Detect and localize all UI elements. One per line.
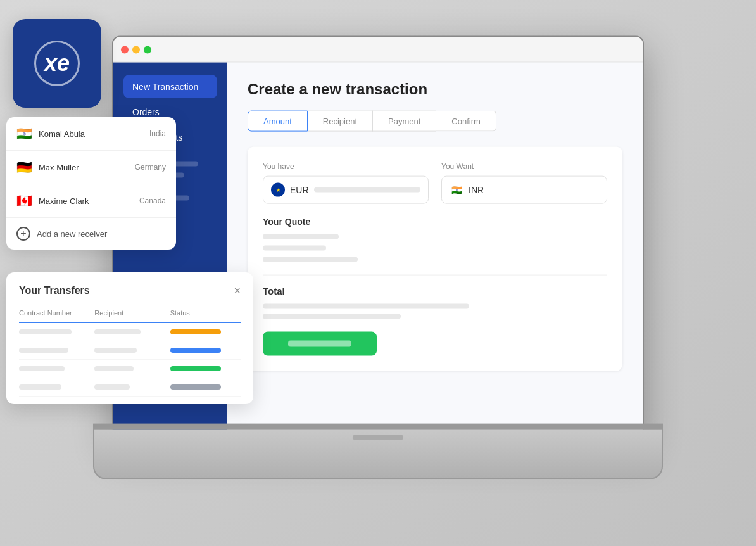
total-line-1 [263, 304, 469, 309]
transfer-row-2 [19, 341, 241, 360]
receiver-country-3: Canada [139, 196, 166, 205]
receiver-name-3: Maxime Clark [39, 196, 133, 206]
flag-germany: 🇩🇪 [16, 160, 32, 175]
laptop-notch [353, 435, 403, 440]
currency-to-input[interactable]: 🇮🇳 INR [441, 176, 607, 204]
add-icon: + [16, 227, 30, 241]
add-receiver-text: Add a new receiver [37, 229, 107, 239]
sidebar-item-new-transaction[interactable]: New Transaction [123, 75, 217, 98]
continue-button[interactable] [263, 332, 377, 356]
tab-payment[interactable]: Payment [373, 111, 436, 132]
quote-line-1 [263, 234, 339, 239]
quote-line-2 [263, 246, 326, 251]
transfer-recipient-4 [94, 384, 130, 390]
you-have-label: You have [263, 162, 429, 171]
transfers-card: Your Transfers × Contract Number Recipie… [6, 272, 253, 404]
total-section: Total [263, 275, 607, 319]
transfers-title: Your Transfers [19, 285, 90, 296]
transfers-close-btn[interactable]: × [234, 285, 241, 296]
you-have-section: You have ★ EUR [263, 162, 429, 204]
browser-close-btn[interactable] [121, 46, 129, 53]
tab-confirm[interactable]: Confirm [436, 111, 496, 132]
transfer-recipient-2 [94, 348, 137, 353]
transfer-contract-1 [19, 329, 72, 334]
receiver-item-1[interactable]: 🇮🇳 Komal Abula India [6, 117, 176, 151]
add-receiver-item[interactable]: + Add a new receiver [6, 218, 176, 250]
transfer-contract-3 [19, 366, 65, 371]
receiver-country-2: Germany [135, 163, 166, 172]
quote-title: Your Quote [263, 217, 607, 227]
transfer-recipient-3 [94, 366, 133, 371]
transaction-card: You have ★ EUR You Want [248, 147, 622, 371]
tab-recipient[interactable]: Recipient [308, 111, 373, 132]
transfer-contract-2 [19, 348, 68, 353]
transfer-row-3 [19, 360, 241, 378]
eur-flag: ★ [271, 183, 285, 197]
receiver-name-2: Max Müller [39, 163, 129, 172]
total-line-2 [263, 314, 401, 319]
quote-line-3 [263, 257, 358, 262]
page-title: Create a new transaction [248, 80, 622, 98]
col-status: Status [170, 309, 241, 317]
laptop-base [93, 429, 663, 479]
transfer-contract-4 [19, 384, 61, 390]
xe-logo-card: xe [13, 19, 101, 108]
transfers-header: Your Transfers × [19, 285, 241, 296]
flag-canada: 🇨🇦 [16, 193, 32, 208]
status-badge-4 [170, 384, 221, 390]
transfer-row-1 [19, 323, 241, 341]
status-badge-3 [170, 366, 221, 371]
main-content: Create a new transaction Amount Recipien… [227, 63, 643, 441]
col-contract: Contract Number [19, 309, 89, 317]
browser-minimize-btn[interactable] [132, 46, 140, 53]
currency-from-code: EUR [290, 185, 309, 195]
currency-from-input[interactable]: ★ EUR [263, 176, 429, 204]
status-badge-1 [170, 329, 221, 334]
xe-logo-circle: xe [34, 41, 80, 86]
status-badge-2 [170, 348, 221, 353]
laptop-frame: New Transaction Orders My Accounts [93, 36, 663, 492]
quote-section: Your Quote [263, 217, 607, 262]
receiver-item-2[interactable]: 🇩🇪 Max Müller Germany [6, 151, 176, 184]
you-want-section: You Want 🇮🇳 INR [441, 162, 607, 204]
receiver-item-3[interactable]: 🇨🇦 Maxime Clark Canada [6, 184, 176, 218]
transfer-row-4 [19, 378, 241, 397]
receiver-name-1: Komal Abula [39, 129, 143, 139]
total-label: Total [263, 286, 607, 296]
inr-flag-circle: 🇮🇳 [450, 183, 463, 197]
flag-india: 🇮🇳 [16, 126, 32, 141]
browser-chrome [113, 37, 643, 63]
transfer-recipient-1 [94, 329, 140, 334]
receiver-card: 🇮🇳 Komal Abula India 🇩🇪 Max Müller Germa… [6, 117, 176, 250]
tab-amount[interactable]: Amount [248, 111, 308, 132]
col-recipient: Recipient [94, 309, 165, 317]
steps-tabs: Amount Recipient Payment Confirm [248, 111, 622, 132]
currency-row: You have ★ EUR You Want [263, 162, 607, 204]
receiver-country-1: India [149, 129, 166, 138]
browser-maximize-btn[interactable] [144, 46, 151, 53]
currency-from-amount[interactable] [314, 187, 420, 193]
currency-to-code: INR [469, 185, 484, 195]
transfers-table-header: Contract Number Recipient Status [19, 307, 241, 323]
xe-logo-text: xe [44, 50, 70, 77]
cta-placeholder [288, 341, 351, 347]
you-want-label: You Want [441, 162, 607, 171]
